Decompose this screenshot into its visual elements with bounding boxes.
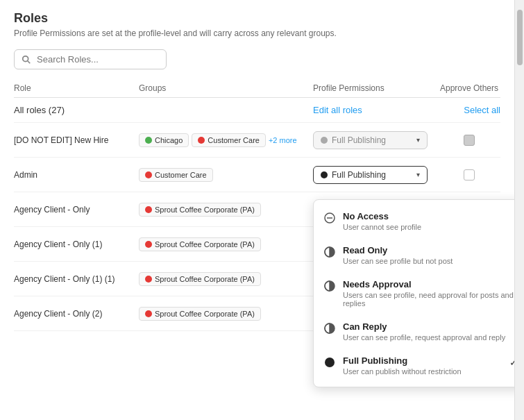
dropdown-item-title: No Access <box>343 211 514 221</box>
all-roles-row: All roles (27) Edit all roles Select all <box>14 98 500 123</box>
selected-checkmark-icon: ✓ <box>509 357 514 368</box>
role-name: Agency Client - Only (2) <box>14 309 139 319</box>
groups-col: Sprout Coffee Corporate (PA) <box>139 272 313 286</box>
permission-dot-icon <box>321 171 328 178</box>
dropdown-item-desc: User cannot see profile <box>343 223 514 231</box>
page-subtitle: Profile Permissions are set at the profi… <box>14 28 500 38</box>
role-name: [DO NOT EDIT] New Hire <box>14 135 139 145</box>
group-name: Sprout Coffee Corporate (PA) <box>155 205 255 214</box>
permission-dropdown-menu: No Access User cannot see profile <box>313 199 514 387</box>
group-name: Sprout Coffee Corporate (PA) <box>155 275 255 283</box>
role-name: Agency Client - Only (1) (1) <box>14 274 139 284</box>
group-tag: Sprout Coffee Corporate (PA) <box>139 237 261 251</box>
select-all-link[interactable]: Select all <box>438 105 500 115</box>
group-dot-icon <box>145 137 152 144</box>
dropdown-item-desc: User can see profile but not post <box>343 257 514 265</box>
approve-checkbox[interactable] <box>464 169 475 180</box>
group-dot-icon <box>145 206 152 213</box>
groups-col: Chicago Customer Care +2 more <box>139 133 313 147</box>
dropdown-item-title: Can Reply <box>343 321 514 332</box>
can-reply-icon <box>323 322 336 335</box>
group-name: Customer Care <box>155 171 207 179</box>
table-row: Admin Customer Care Full Publishing ▾ <box>14 158 500 192</box>
group-name: Customer Care <box>208 136 260 144</box>
group-tag: Chicago <box>139 133 189 147</box>
groups-col: Customer Care <box>139 168 313 182</box>
permissions-col: Full Publishing ▾ <box>313 131 438 149</box>
col-header-permissions: Profile Permissions <box>313 83 438 93</box>
chevron-down-icon: ▾ <box>416 136 420 144</box>
role-name: Agency Client - Only (1) <box>14 240 139 249</box>
col-header-role: Role <box>14 83 139 93</box>
group-tag: Sprout Coffee Corporate (PA) <box>139 307 261 321</box>
col-header-groups: Groups <box>139 83 313 93</box>
approve-checkbox[interactable] <box>464 135 475 146</box>
group-tag: Customer Care <box>139 168 213 182</box>
dropdown-item-desc: User can publish without restriction <box>343 367 502 376</box>
group-dot-icon <box>145 171 152 178</box>
permissions-col: Full Publishing ▾ No A <box>313 166 438 184</box>
scrollbar[interactable] <box>514 0 524 420</box>
dropdown-item-title: Full Publishing <box>343 355 502 366</box>
groups-col: Sprout Coffee Corporate (PA) <box>139 237 313 251</box>
role-name: Admin <box>14 170 139 180</box>
dropdown-item-full-publishing[interactable]: Full Publishing User can publish without… <box>314 348 514 383</box>
col-header-approve: Approve Others <box>438 83 500 93</box>
group-tag: Sprout Coffee Corporate (PA) <box>139 203 261 217</box>
group-dot-icon <box>145 276 152 283</box>
dropdown-item-title: Needs Approval <box>343 279 514 289</box>
table-header: Role Groups Profile Permissions Approve … <box>14 81 500 98</box>
approve-col <box>438 169 500 180</box>
full-publishing-icon <box>323 356 336 369</box>
dropdown-item-read-only[interactable]: Read Only User can see profile but not p… <box>314 238 514 272</box>
dropdown-item-can-reply[interactable]: Can Reply User can see profile, request … <box>314 314 514 348</box>
permission-dropdown[interactable]: Full Publishing ▾ <box>313 166 428 184</box>
no-access-icon <box>323 212 336 224</box>
svg-line-1 <box>28 60 31 63</box>
svg-point-0 <box>23 56 28 61</box>
group-dot-icon <box>145 310 152 317</box>
group-tag: Sprout Coffee Corporate (PA) <box>139 272 261 286</box>
all-roles-count: All roles (27) <box>14 105 139 115</box>
groups-col: Sprout Coffee Corporate (PA) <box>139 203 313 217</box>
group-name: Sprout Coffee Corporate (PA) <box>155 310 255 318</box>
permission-dropdown[interactable]: Full Publishing ▾ <box>313 131 428 149</box>
needs-approval-icon <box>323 280 336 292</box>
group-tag: Customer Care <box>192 133 266 147</box>
dropdown-item-title: Read Only <box>343 245 514 255</box>
group-name: Sprout Coffee Corporate (PA) <box>155 240 255 249</box>
scrollbar-thumb[interactable] <box>517 10 523 65</box>
permission-label: Full Publishing <box>332 135 412 145</box>
chevron-down-icon: ▾ <box>416 171 420 178</box>
svg-point-7 <box>325 358 335 367</box>
search-input[interactable] <box>37 54 159 65</box>
group-name: Chicago <box>155 136 183 144</box>
dropdown-item-needs-approval[interactable]: Needs Approval Users can see profile, ne… <box>314 272 514 314</box>
dropdown-item-no-access[interactable]: No Access User cannot see profile <box>314 204 514 238</box>
groups-col: Sprout Coffee Corporate (PA) <box>139 307 313 321</box>
approve-col <box>438 135 500 146</box>
group-dot-icon <box>145 241 152 248</box>
permission-dot-icon <box>321 137 328 144</box>
search-icon <box>22 55 31 65</box>
permission-label: Full Publishing <box>332 170 412 180</box>
table-row: [DO NOT EDIT] New Hire Chicago Customer … <box>14 123 500 158</box>
dropdown-item-desc: Users can see profile, need approval for… <box>343 291 514 308</box>
dropdown-item-desc: User can see profile, request approval a… <box>343 333 514 342</box>
group-dot-icon <box>198 137 205 144</box>
read-only-icon <box>323 246 336 258</box>
edit-all-roles-link[interactable]: Edit all roles <box>313 105 438 115</box>
search-container <box>14 49 167 69</box>
page-title: Roles <box>14 11 500 26</box>
role-name: Agency Client - Only <box>14 205 139 215</box>
more-groups-link[interactable]: +2 more <box>269 136 297 144</box>
